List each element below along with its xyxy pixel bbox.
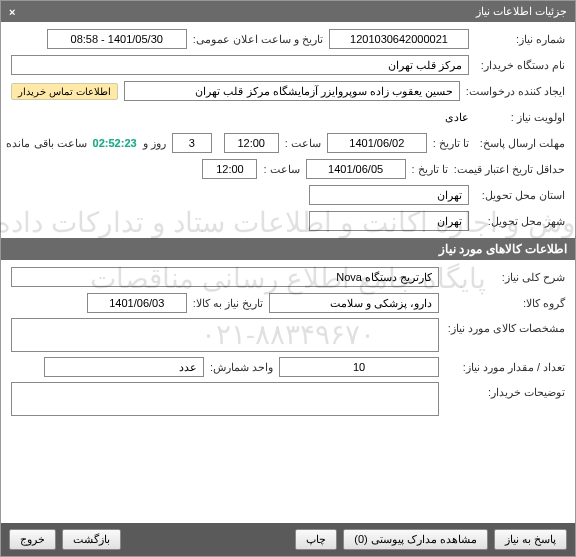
label-desc: شرح کلی نیاز: xyxy=(445,271,565,284)
titlebar: جزئیات اطلاعات نیاز × xyxy=(1,1,575,22)
label-deadline: مهلت ارسال پاسخ: xyxy=(475,137,565,150)
field-group[interactable] xyxy=(269,293,439,313)
close-icon[interactable]: × xyxy=(9,6,15,18)
dialog-window: جزئیات اطلاعات نیاز × شماره نیاز: تاریخ … xyxy=(0,0,576,557)
back-button[interactable]: بازگشت xyxy=(62,529,121,550)
field-buyer[interactable] xyxy=(11,55,469,75)
field-city[interactable] xyxy=(309,211,469,231)
label-hour-2: ساعت : xyxy=(263,163,299,176)
field-spec[interactable] xyxy=(11,318,439,352)
exit-button[interactable]: خروج xyxy=(9,529,56,550)
field-days[interactable] xyxy=(172,133,212,153)
label-unit: واحد شمارش: xyxy=(210,361,273,374)
field-unit[interactable] xyxy=(44,357,204,377)
label-spec: مشخصات کالای مورد نیاز: xyxy=(445,318,565,335)
field-pv-date[interactable] xyxy=(306,159,406,179)
field-req-no[interactable] xyxy=(329,29,469,49)
field-province[interactable] xyxy=(309,185,469,205)
label-price-valid: حداقل تاریخ اعتبار قیمت: xyxy=(454,163,565,176)
value-priority: عادی xyxy=(445,111,469,124)
contact-badge[interactable]: اطلاعات تماس خریدار xyxy=(11,83,118,100)
footer-toolbar: پاسخ به نیاز مشاهده مدارک پیوستی (0) چاپ… xyxy=(1,523,575,556)
window-title: جزئیات اطلاعات نیاز xyxy=(476,5,567,18)
label-pub-date: تاریخ و ساعت اعلان عمومی: xyxy=(193,33,323,46)
label-days-and: روز و xyxy=(143,137,166,150)
label-hour-1: ساعت : xyxy=(285,137,321,150)
field-creator[interactable] xyxy=(124,81,460,101)
field-pub-date[interactable] xyxy=(47,29,187,49)
label-group: گروه کالا: xyxy=(445,297,565,310)
field-need-date[interactable] xyxy=(87,293,187,313)
print-button[interactable]: چاپ xyxy=(295,529,337,550)
field-desc[interactable] xyxy=(11,267,439,287)
reply-button[interactable]: پاسخ به نیاز xyxy=(494,529,567,550)
need-info-form: شماره نیاز: تاریخ و ساعت اعلان عمومی: نا… xyxy=(1,22,575,238)
label-qty: تعداد / مقدار مورد نیاز: xyxy=(445,361,565,374)
field-dl-time[interactable] xyxy=(224,133,279,153)
goods-form: شرح کلی نیاز: گروه کالا: تاریخ نیاز به ک… xyxy=(1,260,575,422)
field-qty[interactable] xyxy=(279,357,439,377)
label-city: شهر محل تحویل: xyxy=(475,215,565,228)
label-req-no: شماره نیاز: xyxy=(475,33,565,46)
field-buyer-note[interactable] xyxy=(11,382,439,416)
label-priority: اولویت نیاز : xyxy=(475,111,565,124)
goods-section-header: اطلاعات کالاهای مورد نیاز xyxy=(1,238,575,260)
label-creator: ایجاد کننده درخواست: xyxy=(466,85,565,98)
label-remain: ساعت باقی مانده xyxy=(6,137,86,150)
field-dl-date[interactable] xyxy=(327,133,427,153)
attachments-button[interactable]: مشاهده مدارک پیوستی (0) xyxy=(343,529,488,550)
label-until-1: تا تاریخ : xyxy=(433,137,469,150)
label-buyer: نام دستگاه خریدار: xyxy=(475,59,565,72)
label-buyer-note: توضیحات خریدار: xyxy=(445,382,565,399)
field-pv-time[interactable] xyxy=(202,159,257,179)
label-until-2: تا تاریخ : xyxy=(412,163,448,176)
label-need-date: تاریخ نیاز به کالا: xyxy=(193,297,263,310)
countdown-timer: 02:52:23 xyxy=(93,137,137,149)
label-province: استان محل تحویل: xyxy=(475,189,565,202)
